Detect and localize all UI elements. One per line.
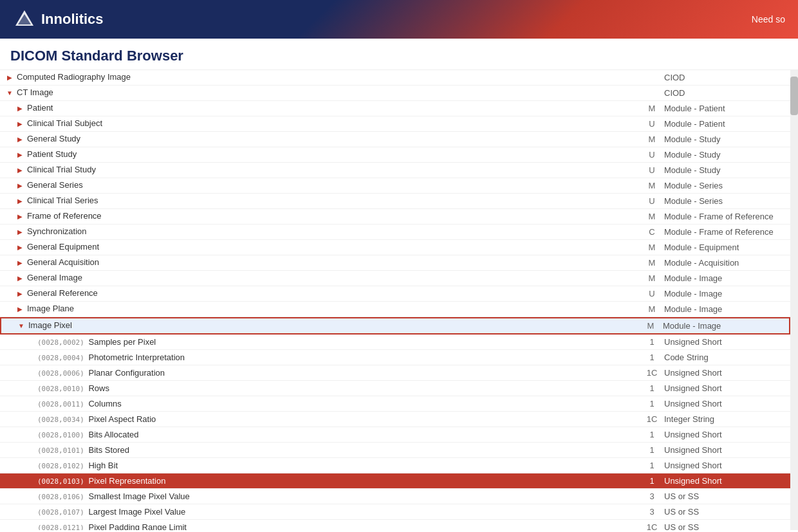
row-vr: Module - Study: [662, 165, 790, 175]
row-name-cell: ▼Image Pixel: [1, 318, 641, 333]
tree-row[interactable]: (0028,0106) Smallest Image Pixel Value3U…: [0, 489, 790, 504]
row-tag: (0028,0010): [35, 385, 88, 393]
row-name-cell: (0028,0002) Samples per Pixel: [0, 335, 642, 349]
tree-table[interactable]: ▶Computed Radiography ImageCIOD▼CT Image…: [0, 70, 790, 530]
toggle-icon[interactable]: ▶: [15, 182, 24, 191]
row-usage: 1: [642, 445, 662, 455]
toggle-icon[interactable]: ▶: [15, 259, 24, 268]
tree-row[interactable]: (0028,0004) Photometric Interpretation1C…: [0, 350, 790, 365]
tree-row[interactable]: (0028,0010) Rows1Unsigned Short: [0, 381, 790, 396]
tree-row[interactable]: ▶Image PlaneMModule - Image: [0, 302, 790, 317]
tree-row[interactable]: (0028,0121) Pixel Padding Range Limit1CU…: [0, 520, 790, 530]
row-name-cell: ▶General Acquisition: [0, 255, 642, 270]
row-usage: 1: [642, 430, 662, 439]
row-name-text: Pixel Padding Range Limit: [88, 522, 186, 530]
tree-row[interactable]: (0028,0002) Samples per Pixel1Unsigned S…: [0, 335, 790, 350]
toggle-icon[interactable]: ▶: [5, 74, 14, 83]
row-usage: 1C: [642, 414, 662, 424]
tree-row[interactable]: ▶General SeriesMModule - Series: [0, 178, 790, 194]
tree-row[interactable]: ▶Clinical Trial StudyUModule - Study: [0, 163, 790, 178]
row-name-text: General Series: [27, 180, 83, 190]
row-vr: Unsigned Short: [662, 337, 790, 347]
tree-row[interactable]: ▶General AcquisitionMModule - Acquisitio…: [0, 255, 790, 271]
row-name-cell: ▶General Study: [0, 132, 642, 147]
row-tag: (0028,0103): [35, 477, 88, 486]
row-usage: U: [642, 196, 662, 206]
tree-row[interactable]: ▶Clinical Trial SeriesUModule - Series: [0, 194, 790, 209]
logo[interactable]: Innolitics: [13, 8, 104, 31]
toggle-icon[interactable]: ▶: [15, 167, 24, 176]
row-name-cell: (0028,0103) Pixel Representation: [0, 474, 642, 488]
row-tag: (0028,0106): [35, 493, 88, 501]
row-name-text: Planar Configuration: [88, 368, 165, 378]
row-name-text: General Image: [27, 273, 82, 282]
toggle-icon[interactable]: ▶: [15, 136, 24, 145]
row-vr: Module - Series: [662, 196, 790, 206]
toggle-icon[interactable]: ▶: [15, 120, 24, 129]
toggle-icon[interactable]: ▶: [15, 275, 24, 284]
row-tag: (0028,0004): [35, 354, 88, 362]
tree-row[interactable]: (0028,0102) High Bit1Unsigned Short: [0, 458, 790, 473]
row-usage: C: [642, 227, 662, 237]
row-name-text: Rows: [88, 383, 109, 393]
tree-row[interactable]: (0028,0101) Bits Stored1Unsigned Short: [0, 443, 790, 458]
tree-row[interactable]: ▶SynchronizationCModule - Frame of Refer…: [0, 225, 790, 240]
tree-row[interactable]: ▶General StudyMModule - Study: [0, 132, 790, 147]
tree-row[interactable]: ▶Clinical Trial SubjectUModule - Patient: [0, 116, 790, 132]
tree-row[interactable]: ▶PatientMModule - Patient: [0, 101, 790, 116]
tree-row[interactable]: ▶General ReferenceUModule - Image: [0, 286, 790, 302]
row-vr: US or SS: [662, 522, 790, 530]
tree-row[interactable]: ▶Frame of ReferenceMModule - Frame of Re…: [0, 209, 790, 225]
row-vr: Module - Patient: [662, 104, 790, 113]
row-name-text: Columns: [88, 399, 121, 408]
tree-row[interactable]: (0028,0006) Planar Configuration1CUnsign…: [0, 365, 790, 381]
row-name-text: High Bit: [88, 461, 118, 470]
row-usage: 1: [642, 461, 662, 470]
row-vr: Unsigned Short: [662, 430, 790, 439]
tree-row[interactable]: (0028,0100) Bits Allocated1Unsigned Shor…: [0, 427, 790, 443]
toggle-icon[interactable]: ▼: [17, 322, 26, 331]
tree-row[interactable]: (0028,0034) Pixel Aspect Ratio1CInteger …: [0, 412, 790, 427]
tree-row[interactable]: (0028,0011) Columns1Unsigned Short: [0, 396, 790, 412]
row-vr: Module - Patient: [662, 119, 790, 129]
tree-row[interactable]: ▶Computed Radiography ImageCIOD: [0, 70, 790, 86]
tree-row[interactable]: ▶Patient StudyUModule - Study: [0, 147, 790, 163]
scrollbar[interactable]: [790, 70, 798, 530]
row-usage: 1C: [642, 368, 662, 378]
toggle-icon[interactable]: ▶: [15, 244, 24, 253]
tree-row[interactable]: ▼CT ImageCIOD: [0, 86, 790, 101]
scrollbar-thumb[interactable]: [790, 77, 798, 115]
row-name-cell: (0028,0106) Smallest Image Pixel Value: [0, 490, 642, 503]
tree-row[interactable]: ▼Image PixelMModule - Image: [0, 317, 790, 335]
row-name-text: General Reference: [27, 288, 98, 298]
tree-row[interactable]: ▶General EquipmentMModule - Equipment: [0, 240, 790, 255]
row-name-cell: (0028,0006) Planar Configuration: [0, 366, 642, 380]
row-name-cell: ▶General Reference: [0, 286, 642, 301]
row-vr: Unsigned Short: [662, 445, 790, 455]
row-usage: 3: [642, 507, 662, 517]
toggle-icon[interactable]: ▼: [5, 89, 14, 98]
toggle-icon[interactable]: ▶: [15, 105, 24, 114]
row-name-text: Frame of Reference: [27, 211, 102, 221]
row-name-text: CT Image: [17, 87, 53, 97]
row-name-cell: ▶Clinical Trial Series: [0, 194, 642, 208]
toggle-icon[interactable]: ▶: [15, 306, 24, 315]
toggle-icon[interactable]: ▶: [15, 197, 24, 206]
toggle-icon[interactable]: ▶: [15, 290, 24, 299]
toggle-icon[interactable]: ▶: [15, 228, 24, 237]
row-name-cell: ▶Image Plane: [0, 302, 642, 316]
row-vr: Unsigned Short: [662, 399, 790, 408]
row-name-cell: (0028,0011) Columns: [0, 397, 642, 410]
row-usage: M: [641, 321, 660, 331]
tree-row[interactable]: (0028,0103) Pixel Representation1Unsigne…: [0, 473, 790, 489]
row-name-text: Smallest Image Pixel Value: [88, 491, 189, 501]
toggle-icon[interactable]: ▶: [15, 213, 24, 222]
row-tag: (0028,0034): [35, 416, 88, 424]
toggle-icon[interactable]: ▶: [15, 151, 24, 160]
header-need-text: Need so: [752, 14, 785, 24]
row-usage: M: [642, 243, 662, 252]
row-usage: M: [642, 134, 662, 144]
row-usage: 1C: [642, 522, 662, 530]
tree-row[interactable]: ▶General ImageMModule - Image: [0, 271, 790, 286]
tree-row[interactable]: (0028,0107) Largest Image Pixel Value3US…: [0, 504, 790, 520]
